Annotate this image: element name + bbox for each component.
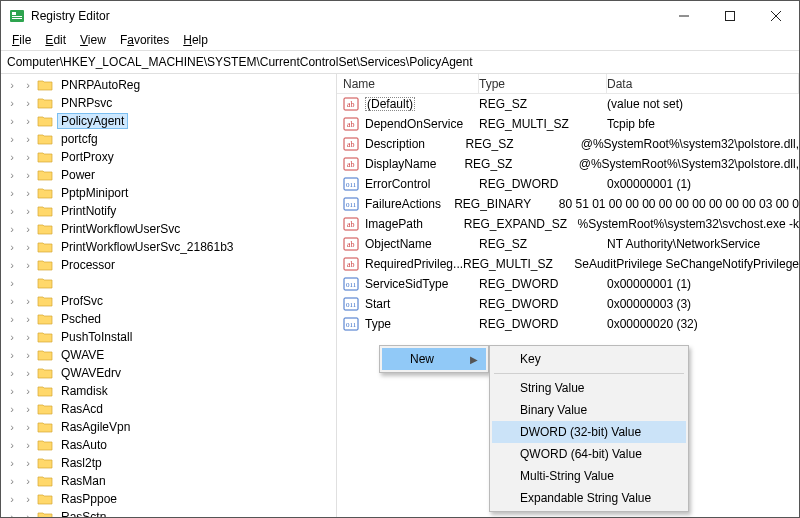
tree-toggle-icon[interactable]: › (21, 259, 35, 271)
close-button[interactable] (753, 1, 799, 31)
tree-toggle-icon[interactable]: › (5, 295, 19, 307)
tree-item[interactable]: ››Ramdisk (1, 382, 336, 400)
tree-item[interactable]: ››PrintNotify (1, 202, 336, 220)
tree-toggle-icon[interactable]: › (21, 475, 35, 487)
col-name-header[interactable]: Name (337, 74, 479, 93)
value-row[interactable]: abDisplayNameREG_SZ@%SystemRoot%\System3… (337, 154, 799, 174)
tree-toggle-icon[interactable]: › (5, 115, 19, 127)
tree-toggle-icon[interactable]: › (5, 493, 19, 505)
maximize-button[interactable] (707, 1, 753, 31)
tree-toggle-icon[interactable]: › (5, 475, 19, 487)
col-type-header[interactable]: Type (479, 74, 607, 93)
value-row[interactable]: abRequiredPrivileg...REG_MULTI_SZSeAudit… (337, 254, 799, 274)
tree-toggle-icon[interactable]: › (5, 169, 19, 181)
value-row[interactable]: 011FailureActionsREG_BINARY80 51 01 00 0… (337, 194, 799, 214)
tree-item[interactable]: ››RasMan (1, 472, 336, 490)
tree-toggle-icon[interactable]: › (21, 367, 35, 379)
context-item[interactable]: Binary Value (492, 399, 686, 421)
tree-toggle-icon[interactable]: › (5, 331, 19, 343)
tree-item[interactable]: ››PNRPsvc (1, 94, 336, 112)
tree-toggle-icon[interactable]: › (21, 493, 35, 505)
tree-toggle-icon[interactable]: › (5, 313, 19, 325)
tree-toggle-icon[interactable]: › (21, 385, 35, 397)
tree-toggle-icon[interactable]: › (21, 223, 35, 235)
context-item[interactable]: DWORD (32-bit) Value (492, 421, 686, 443)
tree-toggle-icon[interactable]: › (21, 313, 35, 325)
tree-item[interactable]: › (1, 274, 336, 292)
value-row[interactable]: 011ErrorControlREG_DWORD0x00000001 (1) (337, 174, 799, 194)
tree-toggle-icon[interactable]: › (5, 439, 19, 451)
tree-item[interactable]: ››Psched (1, 310, 336, 328)
tree-toggle-icon[interactable]: › (5, 385, 19, 397)
value-row[interactable]: abObjectNameREG_SZNT Authority\NetworkSe… (337, 234, 799, 254)
value-row[interactable]: 011StartREG_DWORD0x00000003 (3) (337, 294, 799, 314)
tree-toggle-icon[interactable]: › (21, 151, 35, 163)
tree-toggle-icon[interactable]: › (5, 187, 19, 199)
value-row[interactable]: abImagePathREG_EXPAND_SZ%SystemRoot%\sys… (337, 214, 799, 234)
col-data-header[interactable]: Data (607, 74, 799, 93)
tree-item[interactable]: ››RasPppoe (1, 490, 336, 508)
tree-item[interactable]: ››RasAgileVpn (1, 418, 336, 436)
tree-toggle-icon[interactable]: › (21, 79, 35, 91)
tree-item[interactable]: ››Power (1, 166, 336, 184)
tree-toggle-icon[interactable]: › (21, 115, 35, 127)
context-item[interactable]: String Value (492, 377, 686, 399)
tree-toggle-icon[interactable]: › (21, 511, 35, 517)
tree-item[interactable]: ››PrintWorkflowUserSvc_21861b3 (1, 238, 336, 256)
context-item[interactable]: Expandable String Value (492, 487, 686, 509)
tree-item[interactable]: ››Processor (1, 256, 336, 274)
value-row[interactable]: abDescriptionREG_SZ@%SystemRoot%\system3… (337, 134, 799, 154)
tree-toggle-icon[interactable]: › (21, 439, 35, 451)
value-row[interactable]: 011ServiceSidTypeREG_DWORD0x00000001 (1) (337, 274, 799, 294)
tree-item[interactable]: ››QWAVE (1, 346, 336, 364)
tree-item[interactable]: ››RasAcd (1, 400, 336, 418)
tree-toggle-icon[interactable]: › (5, 367, 19, 379)
tree-toggle-icon[interactable]: › (5, 151, 19, 163)
tree-toggle-icon[interactable]: › (5, 421, 19, 433)
tree-item[interactable]: ››portcfg (1, 130, 336, 148)
tree-item[interactable]: ››PrintWorkflowUserSvc (1, 220, 336, 238)
tree-toggle-icon[interactable]: › (21, 241, 35, 253)
menu-file[interactable]: File (5, 32, 38, 49)
tree-toggle-icon[interactable]: › (5, 259, 19, 271)
tree-toggle-icon[interactable]: › (5, 511, 19, 517)
tree-toggle-icon[interactable]: › (21, 295, 35, 307)
tree-toggle-icon[interactable]: › (21, 169, 35, 181)
tree-toggle-icon[interactable]: › (5, 97, 19, 109)
tree-item[interactable]: ››ProfSvc (1, 292, 336, 310)
minimize-button[interactable] (661, 1, 707, 31)
tree-toggle-icon[interactable]: › (21, 331, 35, 343)
tree-item[interactable]: ››QWAVEdrv (1, 364, 336, 382)
tree-toggle-icon[interactable]: › (21, 97, 35, 109)
tree-toggle-icon[interactable]: › (5, 403, 19, 415)
tree-pane[interactable]: ››PNRPAutoReg››PNRPsvc››PolicyAgent››por… (1, 74, 337, 517)
tree-item[interactable]: ››RasSctn (1, 508, 336, 517)
tree-toggle-icon[interactable]: › (5, 457, 19, 469)
tree-item[interactable]: ››RasAuto (1, 436, 336, 454)
tree-toggle-icon[interactable]: › (21, 205, 35, 217)
menu-edit[interactable]: Edit (38, 32, 73, 49)
context-item[interactable]: Key (492, 348, 686, 370)
tree-toggle-icon[interactable]: › (21, 187, 35, 199)
tree-toggle-icon[interactable]: › (21, 133, 35, 145)
tree-toggle-icon[interactable]: › (5, 79, 19, 91)
tree-toggle-icon[interactable]: › (5, 205, 19, 217)
addressbar[interactable]: Computer\HKEY_LOCAL_MACHINE\SYSTEM\Curre… (1, 50, 799, 74)
tree-toggle-icon[interactable]: › (21, 421, 35, 433)
context-item-new[interactable]: New ▶ (382, 348, 486, 370)
menu-help[interactable]: Help (176, 32, 215, 49)
value-row[interactable]: ab(Default)REG_SZ(value not set) (337, 94, 799, 114)
tree-toggle-icon[interactable]: › (21, 349, 35, 361)
menu-favorites[interactable]: Favorites (113, 32, 176, 49)
context-item[interactable]: Multi-String Value (492, 465, 686, 487)
tree-toggle-icon[interactable]: › (5, 349, 19, 361)
values-pane[interactable]: Name Type Data ab(Default)REG_SZ(value n… (337, 74, 799, 517)
value-row[interactable]: abDependOnServiceREG_MULTI_SZTcpip bfe (337, 114, 799, 134)
tree-item[interactable]: ››PNRPAutoReg (1, 76, 336, 94)
tree-toggle-icon[interactable]: › (5, 223, 19, 235)
value-row[interactable]: 011TypeREG_DWORD0x00000020 (32) (337, 314, 799, 334)
tree-item[interactable]: ››PptpMiniport (1, 184, 336, 202)
tree-item[interactable]: ››PolicyAgent (1, 112, 336, 130)
tree-toggle-icon[interactable]: › (5, 241, 19, 253)
tree-item[interactable]: ››PushToInstall (1, 328, 336, 346)
